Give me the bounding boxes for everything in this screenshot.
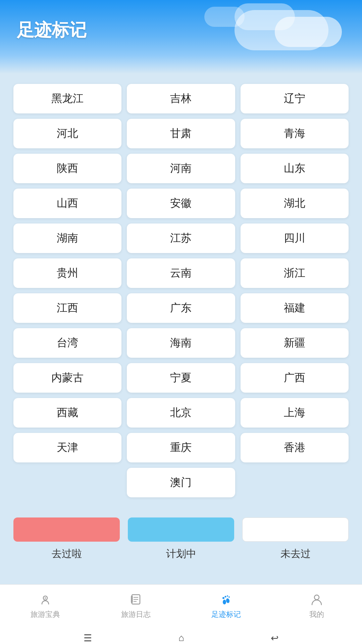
province-btn-hainan[interactable]: 海南 [127, 328, 235, 358]
nav-item-mine[interactable]: 我的 [271, 585, 362, 628]
province-grid: 黑龙江吉林辽宁河北甘肃青海陕西河南山东山西安徽湖北湖南江苏四川贵州云南浙江江西广… [13, 84, 349, 497]
province-btn-sichuan[interactable]: 四川 [241, 224, 349, 253]
province-btn-yunnan[interactable]: 云南 [127, 258, 235, 288]
legend-planned-label: 计划中 [166, 547, 196, 561]
nav-label-travel-diary: 旅游日志 [121, 609, 151, 620]
province-btn-jiangxi[interactable]: 江西 [13, 293, 121, 323]
province-btn-hubei[interactable]: 湖北 [241, 189, 349, 218]
legend-unvisited-label: 未去过 [280, 547, 311, 561]
nav-item-travel-diary[interactable]: 旅游日志 [91, 585, 181, 628]
nav-label-footprint: 足迹标记 [211, 609, 241, 620]
system-back-btn[interactable]: ☰ [84, 633, 92, 644]
travel-diary-icon [130, 593, 142, 607]
svg-point-12 [228, 596, 230, 598]
province-btn-shaanxi[interactable]: 陕西 [13, 154, 121, 183]
page-title: 足迹标记 [17, 18, 87, 42]
province-btn-beijing[interactable]: 北京 [127, 398, 235, 428]
bottom-nav: 旅游宝典 旅游日志 足迹标记 [0, 584, 362, 628]
svg-point-11 [227, 595, 228, 597]
province-btn-xinjiang[interactable]: 新疆 [241, 328, 349, 358]
province-btn-zhejiang[interactable]: 浙江 [241, 258, 349, 288]
legend-planned: 计划中 [128, 517, 234, 561]
travel-guide-icon [39, 593, 51, 607]
empty-cell-2 [241, 468, 349, 497]
province-btn-guangdong[interactable]: 广东 [127, 293, 235, 323]
province-btn-henan[interactable]: 河南 [127, 154, 235, 183]
legend-unvisited: 未去过 [242, 517, 349, 561]
province-btn-anhui[interactable]: 安徽 [127, 189, 235, 218]
province-btn-jilin[interactable]: 吉林 [127, 84, 235, 113]
legend-visited-label: 去过啦 [52, 547, 82, 561]
nav-label-travel-guide: 旅游宝典 [31, 609, 60, 620]
province-btn-heilongjiang[interactable]: 黑龙江 [13, 84, 121, 113]
province-btn-xizang[interactable]: 西藏 [13, 398, 121, 428]
province-btn-shanxi[interactable]: 山西 [13, 189, 121, 218]
province-btn-hongkong[interactable]: 香港 [241, 433, 349, 462]
svg-point-1 [45, 597, 46, 599]
empty-cell-1 [13, 468, 121, 497]
legend-unvisited-color [242, 517, 349, 542]
header-background: 足迹标记 [0, 0, 362, 74]
province-btn-aomen[interactable]: 澳门 [127, 468, 235, 497]
province-btn-qinghai[interactable]: 青海 [241, 119, 349, 148]
legend-area: 去过啦 计划中 未去过 [13, 517, 349, 561]
province-btn-taiwan[interactable]: 台湾 [13, 328, 121, 358]
svg-point-8 [226, 598, 230, 603]
system-bar: ☰ ⌂ ↩ [0, 628, 362, 644]
province-btn-neimenggu[interactable]: 内蒙古 [13, 363, 121, 393]
svg-point-9 [222, 597, 224, 599]
province-btn-chongqing[interactable]: 重庆 [127, 433, 235, 462]
province-btn-tianjin[interactable]: 天津 [13, 433, 121, 462]
legend-visited-color [13, 517, 120, 542]
system-home-btn[interactable]: ⌂ [178, 633, 184, 643]
system-recent-btn[interactable]: ↩ [271, 633, 278, 644]
footprint-icon [220, 593, 232, 607]
province-btn-fujian[interactable]: 福建 [241, 293, 349, 323]
nav-item-footprint[interactable]: 足迹标记 [181, 585, 272, 628]
nav-item-travel-guide[interactable]: 旅游宝典 [0, 585, 91, 628]
province-btn-hunan[interactable]: 湖南 [13, 224, 121, 253]
province-btn-guangxi[interactable]: 广西 [241, 363, 349, 393]
province-btn-ningxia[interactable]: 宁夏 [127, 363, 235, 393]
legend-planned-color [128, 517, 234, 542]
province-btn-shanghai[interactable]: 上海 [241, 398, 349, 428]
svg-point-10 [225, 596, 226, 597]
province-btn-hebei[interactable]: 河北 [13, 119, 121, 148]
mine-icon [311, 593, 323, 607]
province-btn-shandong[interactable]: 山东 [241, 154, 349, 183]
nav-label-mine: 我的 [309, 609, 324, 620]
province-btn-jiangsu[interactable]: 江苏 [127, 224, 235, 253]
svg-point-13 [314, 595, 319, 600]
content-area: 黑龙江吉林辽宁河北甘肃青海陕西河南山东山西安徽湖北湖南江苏四川贵州云南浙江江西广… [0, 74, 362, 584]
province-btn-liaoning[interactable]: 辽宁 [241, 84, 349, 113]
province-btn-guizhou[interactable]: 贵州 [13, 258, 121, 288]
province-btn-gansu[interactable]: 甘肃 [127, 119, 235, 148]
legend-visited: 去过啦 [13, 517, 120, 561]
svg-point-7 [223, 600, 226, 604]
